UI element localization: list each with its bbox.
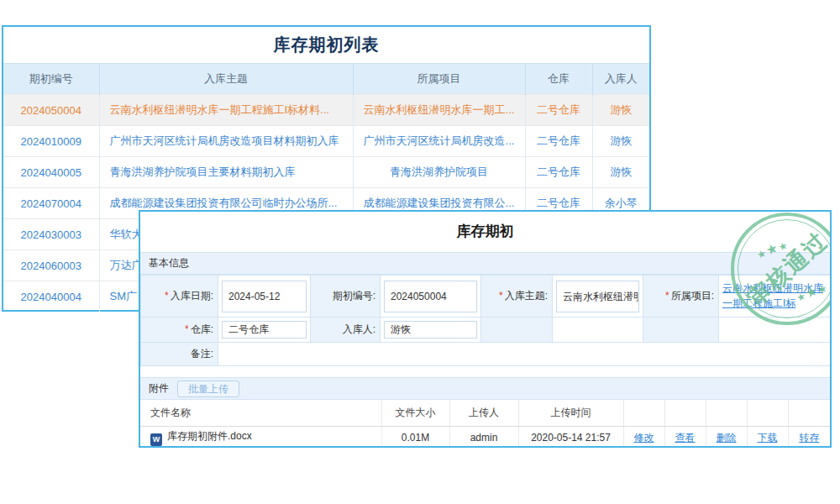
cell-person: 游恢: [592, 95, 649, 126]
cell-opening-number[interactable]: 2024030003: [3, 219, 99, 250]
entry-subject-field[interactable]: 云南水利枢纽潜明水库: [556, 281, 639, 312]
attachment-section-label: 附件: [149, 378, 169, 399]
attachment-filename-cell: W库存期初附件.docx: [140, 426, 381, 448]
download-link[interactable]: 下载: [758, 432, 778, 444]
attachment-column-action: [623, 400, 664, 426]
entry-person-cell: 游恢: [381, 318, 481, 343]
attachment-row: W库存期初附件.docx 0.01M admin 2020-05-14 21:5…: [140, 426, 830, 448]
attachment-filename: 库存期初附件.docx: [167, 430, 252, 442]
opening-number-cell: 2024050004: [381, 276, 481, 318]
project-link[interactable]: 云南水利枢纽潜明水库一期工程施工I标: [722, 281, 827, 311]
warehouse-label: *仓库:: [141, 318, 218, 343]
attachment-uploader: admin: [449, 426, 518, 448]
cell-warehouse: 二号仓库: [525, 126, 592, 157]
section-gap: [140, 366, 830, 377]
remark-field[interactable]: [218, 343, 831, 366]
opening-number-label: 期初编号:: [311, 276, 381, 318]
attachment-section-header: 附件 批量上传: [140, 377, 830, 400]
attachment-column-action: [747, 400, 788, 426]
attachment-column-uploadtime: 上传时间: [518, 400, 623, 426]
empty-value-cell: [719, 318, 831, 343]
cell-opening-number[interactable]: 2024040004: [3, 281, 99, 312]
table-header-row: 期初编号 入库主题 所属项目 仓库 入库人: [3, 64, 649, 95]
attachment-column-action: [788, 400, 830, 426]
entry-subject-cell: 云南水利枢纽潜明水库: [553, 276, 643, 318]
column-header-subject: 入库主题: [99, 64, 353, 95]
entry-person-label: 入库人:: [311, 318, 381, 343]
attachment-column-action: [664, 400, 706, 426]
detail-panel-title: 库存期初: [140, 212, 830, 252]
basic-info-section-header: 基本信息: [140, 252, 830, 275]
remark-label: 备注:: [141, 343, 218, 366]
transfer-link[interactable]: 转存: [799, 432, 819, 444]
cell-warehouse: 二号仓库: [525, 157, 592, 188]
modify-link[interactable]: 修改: [634, 432, 654, 444]
attachment-column-action: [706, 400, 747, 426]
inventory-opening-detail-panel: 库存期初 基本信息 *入库日期: 2024-05-12 期初编号: 202405…: [139, 210, 832, 448]
cell-project[interactable]: 青海洪湖养护院项目: [353, 157, 525, 188]
basic-info-form: *入库日期: 2024-05-12 期初编号: 2024050004 *入库主题…: [140, 275, 831, 366]
batch-upload-button[interactable]: 批量上传: [177, 381, 239, 397]
column-header-opening-number: 期初编号: [3, 64, 99, 95]
entry-date-field[interactable]: 2024-05-12: [222, 281, 307, 312]
cell-warehouse: 二号仓库: [525, 95, 592, 126]
cell-opening-number[interactable]: 2024050004: [3, 95, 99, 126]
cell-subject[interactable]: 云南水利枢纽潜明水库一期工程施工I标材料...: [99, 95, 353, 126]
warehouse-cell: 二号仓库: [218, 318, 311, 343]
cell-opening-number[interactable]: 2024060003: [3, 250, 99, 281]
cell-subject[interactable]: 青海洪湖养护院项目主要材料期初入库: [99, 157, 353, 188]
attachment-column-filename: 文件名称: [140, 400, 381, 426]
empty-label-cell: [643, 318, 719, 343]
table-row[interactable]: 2024050004 云南水利枢纽潜明水库一期工程施工I标材料... 云南水利枢…: [3, 95, 649, 126]
cell-person: 游恢: [592, 157, 649, 188]
attachment-uploadtime: 2020-05-14 21:57: [518, 426, 623, 448]
required-marker: *: [665, 290, 669, 302]
delete-link[interactable]: 删除: [717, 432, 737, 444]
required-marker: *: [499, 290, 503, 302]
cell-opening-number[interactable]: 2024040005: [3, 157, 99, 188]
list-panel-title: 库存期初列表: [3, 27, 649, 63]
project-cell: 云南水利枢纽潜明水库一期工程施工I标: [719, 276, 831, 318]
entry-date-cell: 2024-05-12: [218, 276, 311, 318]
cell-person: 游恢: [592, 126, 649, 157]
entry-subject-label: *入库主题:: [481, 276, 553, 318]
column-header-project: 所属项目: [353, 64, 525, 95]
required-marker: *: [185, 323, 189, 335]
attachment-column-filesize: 文件大小: [381, 400, 449, 426]
empty-label-cell: [481, 318, 553, 343]
view-link[interactable]: 查看: [675, 432, 696, 444]
column-header-warehouse: 仓库: [525, 64, 592, 95]
opening-number-field[interactable]: 2024050004: [384, 281, 477, 312]
required-marker: *: [165, 290, 169, 302]
project-label: *所属项目:: [643, 276, 719, 318]
screen: 库存期初列表 期初编号 入库主题 所属项目 仓库 入库人 2024050004 …: [0, 0, 840, 504]
warehouse-field[interactable]: 二号仓库: [222, 321, 307, 339]
entry-person-field[interactable]: 游恢: [384, 321, 477, 339]
cell-opening-number[interactable]: 2024010009: [3, 126, 99, 157]
table-row[interactable]: 2024010009 广州市天河区统计局机房改造项目材料期初入库 广州市天河区统…: [3, 126, 649, 157]
cell-project[interactable]: 云南水利枢纽潜明水库一期工...: [353, 95, 525, 126]
cell-subject[interactable]: 广州市天河区统计局机房改造项目材料期初入库: [99, 126, 353, 157]
cell-opening-number[interactable]: 2024070004: [3, 188, 99, 219]
attachment-column-uploader: 上传人: [449, 400, 518, 426]
word-file-icon: W: [150, 433, 162, 446]
column-header-person: 入库人: [592, 64, 649, 95]
attachment-header-row: 文件名称 文件大小 上传人 上传时间: [140, 400, 830, 426]
attachment-filesize: 0.01M: [381, 426, 449, 448]
attachment-table: 文件名称 文件大小 上传人 上传时间 W库存期初附件.docx 0.01M: [140, 400, 830, 448]
cell-project[interactable]: 广州市天河区统计局机房改造...: [353, 126, 525, 157]
entry-date-label: *入库日期:: [141, 276, 218, 318]
empty-value-cell: [553, 318, 643, 343]
table-row[interactable]: 2024040005 青海洪湖养护院项目主要材料期初入库 青海洪湖养护院项目 二…: [3, 157, 649, 188]
